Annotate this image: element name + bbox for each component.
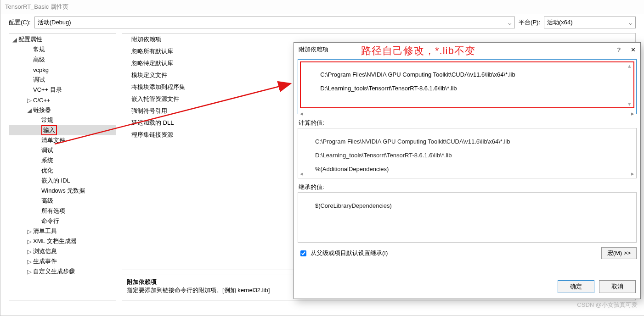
tree-item[interactable]: 优化 — [9, 166, 116, 176]
tree-item[interactable]: Windows 元数据 — [9, 186, 116, 196]
watermark: CSDN @小女孩真可爱 — [577, 301, 638, 309]
tree-item[interactable]: 清单文件 — [9, 135, 116, 145]
computed-label: 计算的值: — [299, 119, 637, 127]
cancel-button[interactable]: 取消 — [599, 280, 636, 293]
platform-value: 活动(x64) — [547, 18, 573, 27]
tree-label: 常规 — [33, 45, 45, 54]
tree-label: 高级 — [33, 55, 45, 64]
tree-label: 配置属性 — [18, 35, 42, 44]
inherit-checkbox-input[interactable] — [300, 250, 306, 256]
chevron-down-icon: ⌵ — [508, 19, 512, 26]
tree-item[interactable]: 命令行 — [9, 216, 116, 226]
macros-button[interactable]: 宏(M) >> — [601, 247, 637, 259]
tree-label: 自定义生成步骤 — [33, 267, 75, 276]
tree-label: XML 文档生成器 — [33, 237, 77, 245]
expand-right-icon: ▷ — [26, 258, 33, 265]
tree-label: 所有选项 — [41, 207, 65, 215]
tree-item[interactable]: 高级 — [9, 55, 116, 65]
dialog-titlebar: 附加依赖项 ? ✕ — [294, 43, 640, 56]
chevron-down-icon: ⌵ — [629, 19, 633, 26]
tree-label: 优化 — [41, 166, 53, 175]
config-label: 配置(C): — [9, 18, 31, 27]
computed-line: D:\Learning_tools\Tensorrt\TensorRT-8.6.… — [315, 152, 452, 159]
additional-deps-input[interactable]: C:\Program Files\NVIDIA GPU Computing To… — [300, 61, 634, 108]
expand-down-icon: ◢ — [11, 36, 18, 43]
tree-item[interactable]: 调试 — [9, 75, 116, 85]
tree-label: 调试 — [33, 76, 45, 84]
tree-label: 系统 — [41, 156, 53, 165]
tree-item[interactable]: 调试 — [9, 145, 116, 155]
computed-line: C:\Program Files\NVIDIA GPU Computing To… — [315, 138, 510, 145]
platform-label: 平台(P): — [519, 18, 540, 27]
tree-root[interactable]: ◢配置属性 — [9, 34, 116, 44]
tree-item[interactable]: 高级 — [9, 196, 116, 206]
tree-item[interactable]: VC++ 目录 — [9, 85, 116, 95]
tree-label: 清单文件 — [41, 136, 65, 144]
config-toolbar: 配置(C): 活动(Debug) ⌵ 平台(P): 活动(x64) ⌵ — [0, 14, 644, 33]
expand-right-icon: ▷ — [26, 268, 33, 275]
tree-label: 生成事件 — [33, 257, 57, 266]
help-icon[interactable]: ? — [617, 46, 621, 53]
tree-label: 常规 — [41, 116, 53, 124]
tree-label: 链接器 — [33, 106, 51, 114]
edit-line: C:\Program Files\NVIDIA GPU Computing To… — [320, 71, 515, 78]
expand-right-icon: ▷ — [26, 228, 33, 235]
tree-label: 浏览信息 — [33, 247, 57, 255]
tree-item[interactable]: 所有选项 — [9, 206, 116, 216]
properties-tree[interactable]: ◢配置属性常规高级vcpkg调试VC++ 目录▷C/C++◢链接器常规输入清单文… — [9, 33, 116, 300]
tree-item[interactable]: 嵌入的 IDL — [9, 176, 116, 186]
tree-label: 命令行 — [41, 217, 59, 225]
tree-label: 调试 — [41, 146, 53, 155]
expand-down-icon: ◢ — [26, 107, 33, 114]
inherit-checkbox[interactable]: 从父级或项目默认设置继承(I) — [299, 249, 388, 258]
tree-item[interactable]: vcpkg — [9, 65, 116, 75]
config-dropdown[interactable]: 活动(Debug) ⌵ — [34, 17, 515, 28]
platform-dropdown[interactable]: 活动(x64) ⌵ — [544, 17, 636, 28]
tree-label: VC++ 目录 — [33, 86, 62, 94]
inherit-check-label: 从父级或项目默认设置继承(I) — [311, 249, 388, 257]
edit-line: D:\Learning_tools\Tensorrt\TensorRT-8.6.… — [320, 85, 457, 92]
additional-deps-dialog: 附加依赖项 ? ✕ C:\Program Files\NVIDIA GPU Co… — [294, 42, 641, 299]
tree-item[interactable]: 常规 — [9, 44, 116, 55]
tree-label: 清单工具 — [33, 227, 57, 235]
config-value: 活动(Debug) — [38, 18, 71, 27]
window-titlebar: TensorRT_Basic 属性页 — [0, 0, 644, 14]
tree-label: 嵌入的 IDL — [41, 177, 70, 185]
tree-label: Windows 元数据 — [41, 187, 85, 195]
tree-label: C/C++ — [33, 97, 51, 104]
tree-item[interactable]: ▷浏览信息 — [9, 246, 116, 256]
window-title: TensorRT_Basic 属性页 — [5, 3, 68, 11]
inherited-label: 继承的值: — [299, 183, 637, 191]
computed-values-box: C:\Program Files\NVIDIA GPU Computing To… — [298, 128, 637, 178]
expand-right-icon: ▷ — [26, 238, 33, 245]
vscroll-icon[interactable]: ▴▾ — [628, 62, 634, 107]
tree-item[interactable]: ◢链接器 — [9, 105, 116, 115]
tree-label: 输入 — [41, 125, 57, 135]
close-icon[interactable]: ✕ — [631, 46, 636, 53]
tree-label: 高级 — [41, 197, 53, 205]
tree-item[interactable]: 常规 — [9, 115, 116, 125]
tree-item[interactable]: 输入 — [9, 125, 116, 135]
tree-item[interactable]: ▷XML 文档生成器 — [9, 236, 116, 246]
tree-item[interactable]: 系统 — [9, 155, 116, 166]
ok-button[interactable]: 确定 — [558, 280, 594, 293]
tree-item[interactable]: ▷生成事件 — [9, 256, 116, 266]
tree-label: vcpkg — [33, 67, 49, 73]
hscroll-icon[interactable]: ◂▸ — [300, 170, 634, 177]
inherited-values-box: $(CoreLibraryDependencies) — [298, 192, 637, 243]
tree-item[interactable]: ▷C/C++ — [9, 95, 116, 105]
expand-right-icon: ▷ — [26, 97, 33, 104]
edit-outer-box: C:\Program Files\NVIDIA GPU Computing To… — [298, 59, 637, 114]
hscroll-icon[interactable]: ◂▸ — [298, 110, 636, 117]
expand-right-icon: ▷ — [26, 248, 33, 255]
tree-item[interactable]: ▷清单工具 — [9, 226, 116, 236]
dialog-title: 附加依赖项 — [299, 45, 328, 54]
tree-item[interactable]: ▷自定义生成步骤 — [9, 266, 116, 277]
inherited-line: $(CoreLibraryDependencies) — [315, 202, 392, 209]
